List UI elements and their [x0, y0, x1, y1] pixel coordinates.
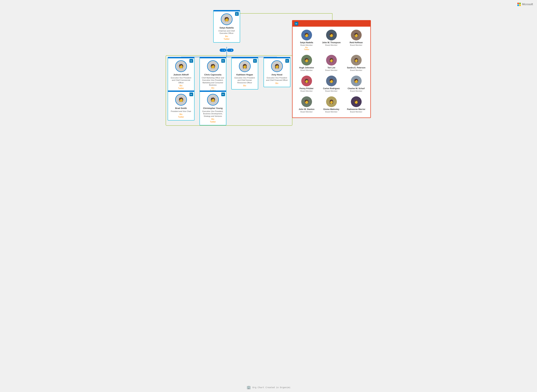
linkedin-badge-amy[interactable]: in — [285, 59, 289, 63]
bio-amy[interactable]: Bio — [264, 82, 290, 84]
role-board-penny: Board Member — [295, 90, 318, 92]
board-grid: 🧑 Satya Nadella Board Member Bio Twitter… — [292, 28, 370, 114]
name-judson: Judson Althoff — [168, 73, 194, 76]
ceo-bio-link[interactable]: Bio — [214, 35, 240, 37]
title-brad: President and Vice Chair — [168, 110, 194, 112]
name-board-carlos: Carlos Rodriguez — [320, 87, 343, 90]
ceo-avatar: 🧑 — [221, 14, 233, 25]
avatar-kathleen: 👩 — [239, 60, 251, 72]
role-board-padmasree: Board Member — [345, 111, 368, 113]
direct-count: 6 — [231, 49, 232, 51]
avatar-amy: 👩 — [271, 60, 283, 72]
role-board-thompson: Board Member — [320, 44, 343, 46]
linkedin-badge-brad[interactable]: in — [189, 93, 193, 96]
board-member-carlos: 🧑 Carlos Rodriguez Board Member — [319, 74, 344, 93]
board-member-padmasree: 👩 Padmasree Warrior Board Member — [344, 95, 368, 114]
bio-kathleen[interactable]: Bio — [232, 84, 258, 87]
microsoft-logo — [517, 3, 521, 6]
role-board-stanton: Board Member — [295, 111, 318, 113]
avatar-board-satya: 🧑 — [301, 30, 312, 40]
twitter-christopher[interactable]: Twitter — [200, 121, 226, 123]
footer-text: Org Chart Created in Organimi — [253, 386, 291, 389]
ceo-name: Satya Nadella — [214, 27, 240, 29]
avatar-brad: 🧑 — [175, 94, 187, 106]
board-member-emma: 👩 Emma Walmsley Board Member — [319, 95, 344, 114]
name-board-satya: Satya Nadella — [295, 41, 318, 44]
name-kathleen: Kathleen Hogan — [232, 73, 258, 76]
avatar-board-teri: 👩 — [326, 55, 337, 65]
name-brad: Brad Smith — [168, 107, 194, 109]
ceo-card: in 🧑 Satya Nadella Chairman and Chief Ex… — [213, 10, 240, 42]
twitter-brad[interactable]: Twitter — [168, 116, 194, 118]
name-board-padmasree: Padmasree Warrior — [345, 108, 368, 110]
avatar-board-stanton: 🧑 — [301, 96, 312, 107]
group-count-badge[interactable]: 👥 6 — [220, 49, 226, 52]
role-board-hugh: Board Member — [295, 69, 318, 71]
role-board-reid: Board Member — [345, 44, 368, 46]
twitter-board-satya[interactable]: Twitter — [295, 48, 318, 51]
card-kathleen: in 👩 Kathleen Hogan Executive Vice Presi… — [231, 57, 258, 89]
name-board-teri: Teri List — [320, 66, 343, 69]
avatar-board-sandra: 👩 — [351, 55, 362, 65]
avatar-chris: 🧑 — [207, 60, 219, 72]
bio-chris[interactable]: Bio — [200, 87, 226, 89]
bio-board-satya[interactable]: Bio — [295, 47, 318, 48]
chart-area: in 🧑 Satya Nadella Chairman and Chief Ex… — [161, 0, 376, 161]
bio-christopher[interactable]: Bio — [200, 118, 226, 120]
board-member-sandra: 👩 Sandra E. Peterson Board Member — [344, 53, 368, 73]
avatar-board-penny: 👩 — [301, 76, 312, 86]
name-board-thompson: John W. Thompson — [320, 41, 343, 44]
name-board-penny: Penny Pritzker — [295, 87, 318, 90]
title-kathleen: Executive Vice President and Chief Human… — [232, 77, 258, 84]
name-board-emma: Emma Walmsley — [320, 108, 343, 110]
count-badges: 👥 6 👤 6 — [213, 49, 240, 52]
footer: 🏢 Org Chart Created in Organimi — [247, 385, 291, 389]
board-member-penny: 👩 Penny Pritzker Board Member — [295, 74, 319, 93]
name-chris: Chris Capossela — [200, 73, 226, 76]
board-member-thompson: 🧑 John W. Thompson Board Member — [319, 28, 344, 52]
board-panel: in 🧑 Satya Nadella Board Member Bio Twit… — [292, 20, 371, 118]
avatar-board-emma: 👩 — [326, 96, 337, 107]
name-board-reid: Reid Hoffman — [345, 41, 368, 44]
card-amy: in 👩 Amy Hood Executive Vice President a… — [264, 57, 290, 87]
card-chris: in 🧑 Chris Capossela Chief Marketing Off… — [199, 57, 226, 94]
header: Microsoft — [517, 3, 533, 6]
ceo-title: Chairman and Chief Executive Officer — [214, 30, 240, 34]
role-board-sandra: Board Member — [345, 69, 368, 71]
board-member-stanton: 🧑 John W. Stanton Board Member — [295, 95, 319, 114]
bio-judson[interactable]: Bio — [168, 84, 194, 87]
linkedin-badge[interactable]: in — [235, 12, 239, 16]
direct-count-badge[interactable]: 👤 6 — [227, 49, 234, 52]
role-board-emma: Board Member — [320, 111, 343, 113]
role-board-satya: Board Member — [295, 44, 318, 46]
board-member-hugh: 🧑 Hugh Johnston Board Member — [295, 53, 319, 73]
twitter-judson[interactable]: Twitter — [168, 87, 194, 89]
name-board-sandra: Sandra E. Peterson — [345, 66, 368, 69]
board-member-satya: 🧑 Satya Nadella Board Member Bio Twitter — [295, 28, 319, 52]
linkedin-badge-christopher[interactable]: in — [221, 93, 225, 96]
person-icon: 👤 — [228, 49, 231, 51]
title-chris: Chief Marketing Officer and Executive Vi… — [200, 77, 226, 86]
linkedin-badge-board[interactable]: in — [295, 22, 298, 25]
avatar-board-carlos: 🧑 — [326, 76, 337, 86]
avatar-board-padmasree: 👩 — [351, 96, 362, 107]
name-amy: Amy Hood — [264, 73, 290, 76]
name-board-hugh: Hugh Johnston — [295, 66, 318, 69]
name-board-charles: Charles W. Scharf — [345, 87, 368, 90]
title-judson: Executive Vice President and Chief Comme… — [168, 77, 194, 84]
group-count: 6 — [224, 49, 225, 51]
role-board-teri: Board Member — [320, 69, 343, 71]
title-amy: Executive Vice President and Chief Finan… — [264, 77, 290, 81]
board-member-reid: 🧑 Reid Hoffman Board Member — [344, 28, 368, 52]
avatar-board-hugh: 🧑 — [301, 55, 312, 65]
role-board-carlos: Board Member — [320, 90, 343, 92]
avatar-board-charles: 🧑 — [351, 76, 362, 86]
linkedin-badge-kathleen[interactable]: in — [253, 59, 257, 63]
card-brad: in 🧑 Brad Smith President and Vice Chair… — [168, 90, 194, 121]
bio-brad[interactable]: Bio — [168, 113, 194, 116]
linkedin-badge-judson[interactable]: in — [189, 59, 193, 63]
footer-icon: 🏢 — [247, 385, 251, 389]
avatar-board-thompson: 🧑 — [326, 30, 337, 40]
ceo-twitter-link[interactable]: Twitter — [214, 38, 240, 40]
linkedin-badge-chris[interactable]: in — [221, 59, 225, 63]
